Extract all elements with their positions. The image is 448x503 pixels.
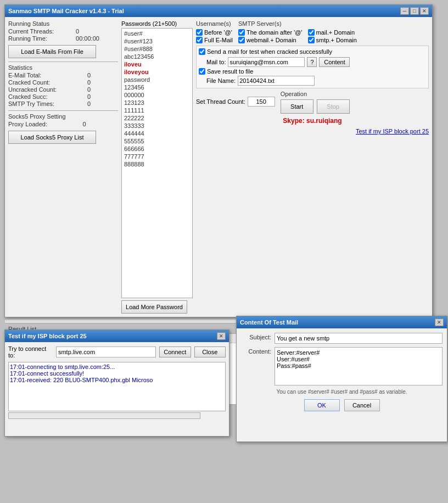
mail-plus-label: mail.+ Domain <box>316 29 355 36</box>
other-section: Send a mail for test when cracked succes… <box>196 46 429 88</box>
content-textarea[interactable] <box>275 347 443 385</box>
list-item[interactable]: #user# <box>123 30 191 37</box>
proxy-grid: Proxy Loaded: 0 <box>8 121 118 127</box>
divider-2 <box>8 110 118 111</box>
uncracked-count-value: 0 <box>87 86 118 93</box>
window-controls: ─ □ ✕ <box>400 7 429 15</box>
test-isp-link[interactable]: Test if my ISP block port 25 <box>196 128 429 135</box>
save-result-row: Save result to file <box>199 68 426 75</box>
main-title-bar: Sanmao SMTP Mail Cracker v1.4.3 - Trial … <box>5 5 432 17</box>
main-window-title: Sanmao SMTP Mail Cracker v1.4.3 - Trial <box>8 8 124 14</box>
thread-count-input[interactable] <box>248 97 275 107</box>
smtp-plus-label: smtp.+ Domain <box>316 37 357 43</box>
question-button[interactable]: ? <box>307 57 317 67</box>
list-item[interactable]: 333333 <box>123 122 191 130</box>
load-emails-button[interactable]: Load E-Mails From File <box>8 45 96 58</box>
current-threads-value: 0 <box>76 28 118 35</box>
operation-label: Operation <box>281 91 350 97</box>
before-at-label: Before '@' <box>204 29 232 36</box>
isp-scrollbar-row <box>8 412 226 419</box>
cancel-button[interactable]: Cancel <box>344 399 380 411</box>
list-item: 17:01-received: 220 BLU0-SMTP400.phx.gbl… <box>10 377 224 383</box>
content-button[interactable]: Content <box>319 57 350 67</box>
right-panel: Username(s) Before '@' Full E-Mail SMTP … <box>196 20 429 314</box>
password-listbox[interactable]: #user##user#123#user#888abc123456iloveui… <box>121 28 193 298</box>
password-panel: Passwords (21+500) #user##user#123#user#… <box>121 20 193 314</box>
list-item[interactable]: 222222 <box>123 114 191 122</box>
close-button[interactable]: ✕ <box>420 7 429 15</box>
mail-to-input[interactable] <box>228 57 305 67</box>
connect-to-input[interactable] <box>56 346 156 357</box>
running-status-grid: Current Threads: 0 Running Time: 00:00:0… <box>8 28 118 42</box>
send-mail-test-checkbox[interactable] <box>199 48 205 55</box>
subject-input[interactable] <box>275 333 443 344</box>
isp-horizontal-scroll[interactable] <box>8 412 200 419</box>
statistics-label: Statistics <box>8 64 118 71</box>
list-item[interactable]: 666666 <box>123 145 191 153</box>
test-isp-title: Test if my ISP block port 25 <box>8 333 87 339</box>
test-isp-content: Try to connect to: Connect Close 17:01-c… <box>5 342 229 422</box>
test-isp-close-btn[interactable]: ✕ <box>217 332 226 340</box>
smtp-header: SMTP Server(s) <box>238 20 303 27</box>
domain-after-at-checkbox[interactable] <box>238 29 245 36</box>
save-result-checkbox[interactable] <box>199 68 205 75</box>
close-isp-button[interactable]: Close <box>194 346 226 357</box>
save-result-label: Save result to file <box>207 68 253 75</box>
isp-log: 17:01-connecting to smtp.live.com:25...1… <box>8 362 226 411</box>
domain-after-at-label: The domain after '@' <box>247 29 303 36</box>
mail-to-label: Mail to: <box>206 59 226 65</box>
before-at-checkbox[interactable] <box>196 29 203 36</box>
webmail-domain-checkbox[interactable] <box>238 37 245 43</box>
socks5-label: Socks5 Proxy Setting <box>8 113 118 120</box>
ok-button[interactable]: OK <box>304 399 340 411</box>
stop-button[interactable]: Stop <box>317 99 350 114</box>
minimize-button[interactable]: ─ <box>400 7 409 15</box>
list-item[interactable]: 444444 <box>123 130 191 137</box>
divider-1 <box>8 62 118 62</box>
list-item[interactable]: #user#888 <box>123 45 191 53</box>
smtp-plus-row: smtp.+ Domain <box>308 37 357 43</box>
webmail-domain-label: webmail.+ Domain <box>247 37 296 43</box>
content-mail-title: Content Of Test Mail <box>240 319 298 326</box>
send-mail-test-label: Send a mail for test when cracked succes… <box>207 48 332 55</box>
username-section: Username(s) Before '@' Full E-Mail <box>196 20 233 43</box>
full-email-checkbox[interactable] <box>196 37 203 43</box>
skype-info: Skype: su.ruiqiang <box>196 117 429 125</box>
filename-row: File Name: <box>199 76 426 86</box>
list-item[interactable]: #user#123 <box>123 37 191 45</box>
content-mail-window: Content Of Test Mail ✕ Subject: Content:… <box>236 316 447 442</box>
main-window: Sanmao SMTP Mail Cracker v1.4.3 - Trial … <box>4 4 433 317</box>
load-more-password-button[interactable]: Load More Password <box>121 300 187 314</box>
content-mail-close-btn[interactable]: ✕ <box>435 318 444 326</box>
start-button[interactable]: Start <box>281 99 313 114</box>
load-socks-button[interactable]: Load Socks5 Proxy List <box>8 131 96 144</box>
list-item[interactable]: 123456 <box>123 83 191 91</box>
maximize-button[interactable]: □ <box>410 7 419 15</box>
list-item[interactable]: iloveyou <box>123 68 191 76</box>
content-mail-body: Subject: Content: You can use #server# #… <box>237 328 447 416</box>
list-item[interactable]: 555555 <box>123 137 191 145</box>
proxy-loaded-key: Proxy Loaded: <box>8 121 79 127</box>
operation-thread-row: Set Thread Count: Operation Start Stop <box>196 91 429 114</box>
list-item[interactable]: 777777 <box>123 153 191 160</box>
list-item[interactable]: 123123 <box>123 99 191 107</box>
statistics-grid: E-Mail Total: 0 Cracked Count: 0 Uncrack… <box>8 72 118 107</box>
list-item[interactable]: iloveu <box>123 60 191 68</box>
right-top-section: Username(s) Before '@' Full E-Mail SMTP … <box>196 20 429 43</box>
list-item[interactable]: abc123456 <box>123 53 191 60</box>
thread-count-label: Set Thread Count: <box>196 98 245 105</box>
smtp-plus-checkbox[interactable] <box>308 37 315 43</box>
connect-to-label: Try to connect to: <box>8 345 53 359</box>
filename-input[interactable] <box>238 76 315 86</box>
mail-plus-checkbox[interactable] <box>308 29 315 36</box>
operation-section: Operation Start Stop <box>281 91 350 114</box>
mail-plus-row: mail.+ Domain <box>308 29 357 36</box>
list-item[interactable]: 888888 <box>123 160 191 168</box>
smtp-extra-spacer <box>308 20 357 27</box>
connect-button[interactable]: Connect <box>159 346 191 357</box>
list-item: 17:01-connecting to smtp.live.com:25... <box>10 364 224 370</box>
list-item[interactable]: password <box>123 76 191 83</box>
list-item[interactable]: 111111 <box>123 107 191 114</box>
list-item[interactable]: 000000 <box>123 91 191 99</box>
filename-label: File Name: <box>206 77 236 84</box>
